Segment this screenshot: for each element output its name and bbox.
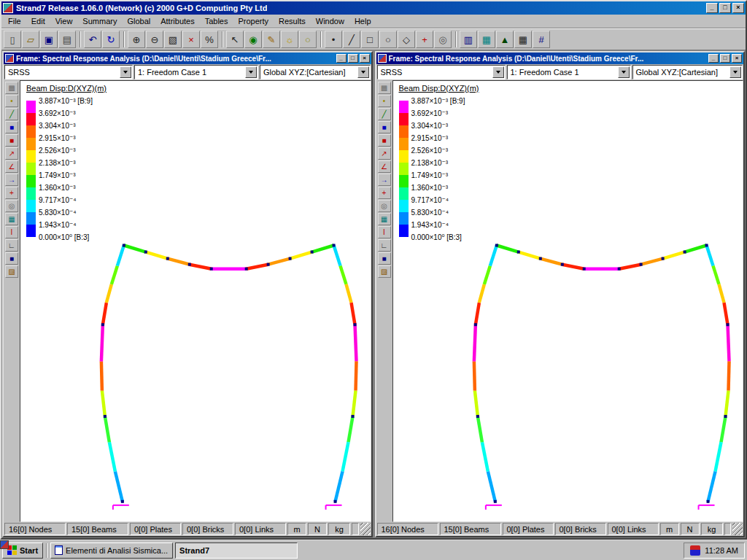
node-toggle-icon[interactable]: • xyxy=(378,95,391,107)
section-icon[interactable]: I xyxy=(378,226,391,238)
axes-system-combo[interactable]: Global XYZ:[Cartesian] xyxy=(260,65,371,79)
new-file-icon[interactable]: ▯ xyxy=(4,31,21,48)
result-case-combo[interactable]: SRSS xyxy=(4,65,133,79)
model-canvas[interactable]: Beam Disp:D(XYZ)(m) 3.887×10⁻³ [B:9]3.69… xyxy=(20,80,371,522)
menu-attributes[interactable]: Attributes xyxy=(155,15,199,27)
child-close-button[interactable]: × xyxy=(360,54,370,63)
plate-toggle-icon[interactable]: ■ xyxy=(378,121,391,133)
redraw-icon[interactable]: ↻ xyxy=(102,31,120,48)
plate-toggle-icon[interactable]: ■ xyxy=(5,121,18,133)
dropdown-arrow-icon[interactable] xyxy=(245,66,257,78)
brush-icon[interactable]: ✎ xyxy=(263,31,280,48)
contour-icon[interactable]: ▦ xyxy=(378,213,391,225)
menu-file[interactable]: File xyxy=(3,15,26,27)
link-toggle-icon[interactable]: ↗ xyxy=(5,147,18,160)
dropdown-arrow-icon[interactable] xyxy=(729,66,741,78)
brick-toggle-icon[interactable]: ■ xyxy=(5,134,18,147)
taskbar-task-strand7[interactable]: Strand7 xyxy=(175,542,298,559)
frame-window-right[interactable]: Frame: Spectral Response Analysis (D:\Da… xyxy=(375,51,746,537)
child-minimize-button[interactable]: _ xyxy=(336,54,347,63)
menu-tables[interactable]: Tables xyxy=(200,15,233,27)
delete-icon[interactable]: × xyxy=(182,31,200,48)
link-toggle-icon[interactable]: ↗ xyxy=(378,147,391,160)
save-icon[interactable]: ▣ xyxy=(40,31,58,48)
resize-grip[interactable] xyxy=(360,523,371,535)
bulb-on-icon[interactable]: ☼ xyxy=(281,31,298,48)
zoom-in-icon[interactable]: ⊕ xyxy=(128,31,145,48)
open-file-icon[interactable]: ▱ xyxy=(22,31,39,48)
cylinder-view-icon[interactable]: ◎ xyxy=(378,200,391,212)
calculator-icon[interactable]: # xyxy=(533,31,550,48)
result-case-combo[interactable]: SRSS xyxy=(377,65,506,79)
model-canvas[interactable]: Beam Disp:D(XYZ)(m) 3.887×10⁻³ [B:9]3.69… xyxy=(392,80,744,522)
freedom-case-combo[interactable]: 1: Freedom Case 1 xyxy=(134,65,258,79)
beam-toggle-icon[interactable]: ╱ xyxy=(5,108,18,120)
menu-view[interactable]: View xyxy=(50,15,78,27)
tray-network-icon[interactable] xyxy=(690,545,700,556)
texture-icon[interactable]: ▨ xyxy=(378,265,391,278)
select-pointer-icon[interactable]: ↖ xyxy=(226,31,244,48)
undo-icon[interactable]: ↶ xyxy=(84,31,101,48)
minimize-button[interactable]: _ xyxy=(706,3,718,13)
drag-handle-icon[interactable]: ▩ xyxy=(5,82,18,94)
section-icon[interactable]: I xyxy=(5,226,18,238)
child-close-button[interactable]: × xyxy=(732,54,742,63)
freedom-case-combo[interactable]: 1: Freedom Case 1 xyxy=(507,65,631,79)
add-icon[interactable]: + xyxy=(378,187,391,199)
angle-icon[interactable]: ∠ xyxy=(5,160,18,173)
axes-system-combo[interactable]: Global XYZ:[Cartesian] xyxy=(632,65,743,79)
axis-icon[interactable]: ∟ xyxy=(5,239,18,252)
menu-results[interactable]: Results xyxy=(274,15,311,27)
bulb-off-icon[interactable]: ○ xyxy=(299,31,317,48)
child-maximize-button[interactable]: □ xyxy=(348,54,358,63)
move-arrow-icon[interactable]: → xyxy=(5,174,18,186)
beam-toggle-icon[interactable]: ╱ xyxy=(378,108,391,120)
frame-window-right-titlebar[interactable]: Frame: Spectral Response Analysis (D:\Da… xyxy=(376,52,744,64)
texture-icon[interactable]: ▨ xyxy=(5,265,18,278)
globe-icon[interactable]: ◉ xyxy=(244,31,262,48)
zoom-out-icon[interactable]: ⊖ xyxy=(146,31,163,48)
menu-edit[interactable]: Edit xyxy=(26,15,50,27)
child-minimize-button[interactable]: _ xyxy=(708,54,719,63)
angle-icon[interactable]: ∠ xyxy=(378,160,391,173)
zoom-extents-icon[interactable]: ▧ xyxy=(164,31,182,48)
axis-icon[interactable]: ∟ xyxy=(378,239,391,252)
dropdown-arrow-icon[interactable] xyxy=(357,66,369,78)
select-circle-icon[interactable]: ○ xyxy=(379,31,397,48)
menu-help[interactable]: Help xyxy=(349,15,376,27)
main-titlebar[interactable]: Strand7 Release 1.06.0 (Network) (c) 200… xyxy=(1,1,746,15)
maximize-button[interactable]: □ xyxy=(719,3,731,13)
menu-property[interactable]: Property xyxy=(233,15,274,27)
add-element-icon[interactable]: + xyxy=(416,31,433,48)
plate-select-icon[interactable]: ■ xyxy=(378,252,391,265)
select-point-icon[interactable]: • xyxy=(325,31,342,48)
color-scale-icon[interactable]: ▦ xyxy=(478,31,495,48)
brick-toggle-icon[interactable]: ■ xyxy=(378,134,391,147)
resize-grip[interactable] xyxy=(732,523,743,535)
dropdown-arrow-icon[interactable] xyxy=(492,66,504,78)
peak-value-icon[interactable]: ▲ xyxy=(496,31,514,48)
move-arrow-icon[interactable]: → xyxy=(378,174,391,186)
cylinder-icon[interactable]: ◎ xyxy=(434,31,452,48)
cylinder-view-icon[interactable]: ◎ xyxy=(5,200,18,212)
taskbar-task-elementi[interactable]: Elementi di Analisi Sismica... xyxy=(50,542,173,559)
drag-handle-icon[interactable]: ▩ xyxy=(378,82,391,94)
print-icon[interactable]: ▤ xyxy=(58,31,76,48)
dropdown-arrow-icon[interactable] xyxy=(618,66,630,78)
copy-image-icon[interactable]: ▥ xyxy=(460,31,477,48)
scale-percent-icon[interactable]: % xyxy=(201,31,218,48)
close-button[interactable]: × xyxy=(732,3,744,13)
frame-window-left-titlebar[interactable]: Frame: Spectral Response Analysis (D:\Da… xyxy=(4,52,371,64)
plate-select-icon[interactable]: ■ xyxy=(5,252,18,265)
node-toggle-icon[interactable]: • xyxy=(5,95,18,107)
select-poly-icon[interactable]: ◇ xyxy=(398,31,415,48)
add-icon[interactable]: + xyxy=(5,187,18,199)
menu-summary[interactable]: Summary xyxy=(77,15,122,27)
menu-window[interactable]: Window xyxy=(311,15,349,27)
table-grid-icon[interactable]: ▦ xyxy=(514,31,532,48)
contour-icon[interactable]: ▦ xyxy=(5,213,18,225)
select-rect-icon[interactable]: □ xyxy=(361,31,379,48)
select-line-icon[interactable]: ╱ xyxy=(343,31,360,48)
dropdown-arrow-icon[interactable] xyxy=(120,66,131,78)
menu-global[interactable]: Global xyxy=(122,15,155,27)
